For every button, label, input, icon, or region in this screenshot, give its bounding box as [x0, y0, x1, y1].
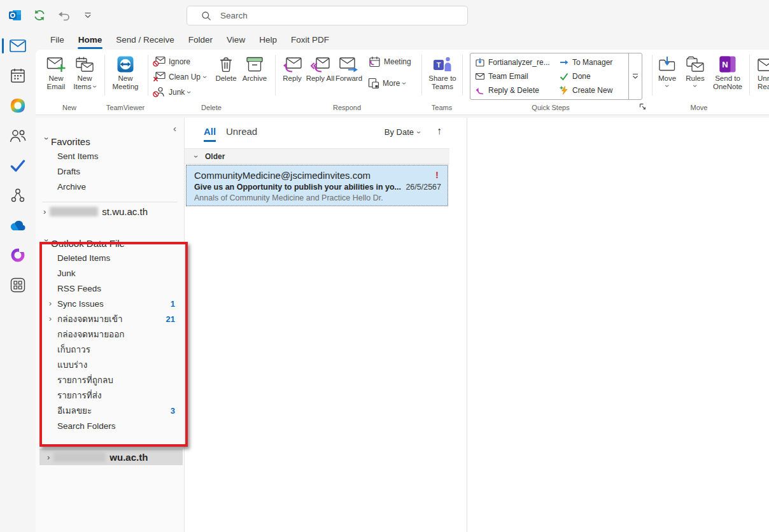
folder-deleted-thai[interactable]: รายการที่ถูกลบ [36, 372, 184, 388]
groups-org-icon[interactable] [9, 186, 27, 204]
reply-all-icon [311, 53, 330, 73]
reply-button[interactable]: Reply [277, 53, 307, 83]
tab-file[interactable]: File [43, 32, 71, 49]
search-icon [201, 11, 211, 21]
quick-step-create-new[interactable]: Create New [560, 83, 628, 97]
account-bottom[interactable]: › wu.ac.th [39, 449, 183, 465]
new-meeting-teamviewer-button[interactable]: New Meeting [109, 53, 142, 91]
sort-by-button[interactable]: By Date › [384, 127, 420, 137]
chevron-down-icon: › [186, 91, 192, 94]
folder-count: 3 [171, 406, 175, 416]
send-receive-refresh-icon[interactable] [32, 8, 47, 23]
group-label-teams: Teams [432, 104, 452, 111]
delete-button[interactable]: Delete [211, 53, 241, 83]
folder-deleted-items[interactable]: Deleted Items [36, 250, 184, 265]
filter-tab-unread[interactable]: Unread [226, 126, 257, 140]
reply-icon [283, 53, 302, 73]
tab-send-receive[interactable]: Send / Receive [109, 32, 181, 49]
account-top[interactable]: › st.wu.ac.th [36, 203, 184, 220]
more-respond-button[interactable]: More › [368, 76, 411, 90]
calendar-module-icon[interactable] [9, 67, 27, 85]
chevron-down-icon: › [192, 155, 201, 158]
unread-envelope-icon [758, 53, 769, 73]
send-to-onenote-button[interactable]: N Send to OneNote [709, 53, 746, 91]
reply-arrow-icon [476, 86, 484, 95]
quick-step-done[interactable]: Done [560, 69, 628, 83]
message-list-pane: All Unread By Date › ↑ › Older Community… [185, 118, 467, 532]
email-subject: Give us an Opportunity to publish your a… [194, 183, 404, 192]
folder-sent-items[interactable]: Sent Items [36, 148, 184, 164]
favorites-header[interactable]: › Favorites [36, 134, 184, 148]
chevron-right-icon: › [49, 299, 52, 308]
arrow-right-icon [560, 58, 568, 67]
folder-junk[interactable]: Junk [36, 265, 184, 281]
quick-step-fortianalyzer[interactable]: Fortianalyzer_re... [476, 55, 560, 69]
ignore-icon [153, 56, 166, 67]
email-date: 26/5/2567 [406, 183, 441, 192]
teams-icon: T [433, 53, 452, 73]
folder-junk-thai[interactable]: อีเมลขยะ 3 [36, 403, 184, 418]
folder-inbox-thai[interactable]: › กล่องจดหมายเข้า 21 [36, 311, 184, 326]
clean-up-button[interactable]: Clean Up › [153, 70, 206, 83]
archive-icon [246, 53, 264, 73]
archive-button[interactable]: Archive [238, 53, 271, 83]
loop-icon[interactable] [9, 246, 27, 264]
group-header-older[interactable]: › Older [185, 148, 449, 164]
search-input[interactable]: Search [187, 6, 468, 25]
ignore-button[interactable]: Ignore [153, 55, 206, 68]
copilot-icon[interactable] [9, 97, 27, 115]
folder-drafts[interactable]: Drafts [36, 164, 184, 179]
quick-step-reply-delete[interactable]: Reply & Delete [476, 83, 560, 97]
sort-direction-button[interactable]: ↑ [437, 125, 442, 137]
outlook-window: Search File Home Send / Receive Folder V… [0, 0, 769, 532]
group-label-delete: Delete [201, 104, 222, 111]
chevron-right-icon: › [43, 207, 46, 216]
new-email-button[interactable]: New Email [41, 53, 71, 91]
quick-step-to-manager[interactable]: To Manager [560, 55, 628, 69]
folder-archive-thai[interactable]: เก็บถาวร [36, 342, 184, 357]
tab-help[interactable]: Help [252, 32, 284, 49]
tab-folder[interactable]: Folder [181, 32, 220, 49]
folder-search-folders[interactable]: Search Folders [36, 418, 184, 433]
folder-sent-thai[interactable]: รายการที่ส่ง [36, 388, 184, 403]
folder-count: 1 [171, 299, 175, 309]
forward-icon [339, 53, 358, 73]
tab-view[interactable]: View [220, 32, 252, 49]
people-module-icon[interactable] [9, 127, 27, 144]
quick-steps-list: Fortianalyzer_re... Team Email Reply & D… [470, 53, 629, 100]
folder-drafts-thai[interactable]: แบบร่าง [36, 357, 184, 372]
quick-steps-more-button[interactable] [628, 53, 642, 100]
high-importance-icon: ! [435, 169, 439, 180]
email-list-item[interactable]: CommunityMedicine@jscimedinvites.com Giv… [186, 165, 448, 206]
quick-step-team-email[interactable]: Team Email [476, 69, 560, 83]
quick-steps-dialog-launcher[interactable] [639, 103, 648, 112]
folder-rss-feeds[interactable]: RSS Feeds [36, 281, 184, 296]
collapse-folder-pane-icon[interactable]: ‹ [173, 123, 176, 134]
group-label-new: New [62, 104, 76, 111]
check-icon [560, 72, 568, 81]
rules-button[interactable]: Rules › [680, 53, 710, 89]
outlook-data-file-header[interactable]: › Outlook Data File [36, 236, 184, 250]
email-preview: Annals of Community Medicine and Practic… [194, 193, 423, 202]
tab-foxit-pdf[interactable]: Foxit PDF [284, 32, 336, 49]
folder-outbox-thai[interactable]: กล่องจดหมายออก [36, 326, 184, 342]
filter-tab-all[interactable]: All [204, 126, 216, 142]
share-to-teams-button[interactable]: T Share to Teams [424, 53, 461, 91]
unread-read-button[interactable]: Unread/Read [754, 53, 769, 91]
tab-home[interactable]: Home [71, 32, 109, 49]
teamviewer-icon [117, 53, 134, 73]
new-items-button[interactable]: New Items › [69, 53, 100, 91]
folder-sync-issues[interactable]: › Sync Issues 1 [36, 296, 184, 311]
customize-quick-access-icon[interactable] [80, 8, 95, 23]
reply-all-button[interactable]: Reply All [305, 53, 335, 83]
junk-button[interactable]: Junk › [153, 85, 206, 99]
meeting-button[interactable]: Meeting [368, 55, 411, 68]
undo-icon[interactable] [56, 8, 71, 23]
move-button[interactable]: Move › [652, 53, 682, 89]
mail-module-icon[interactable] [9, 37, 27, 55]
more-apps-icon[interactable] [9, 276, 27, 294]
to-do-icon[interactable] [9, 157, 27, 174]
onedrive-icon[interactable] [9, 216, 27, 234]
folder-archive[interactable]: Archive [36, 179, 184, 194]
forward-button[interactable]: Forward [334, 53, 364, 83]
